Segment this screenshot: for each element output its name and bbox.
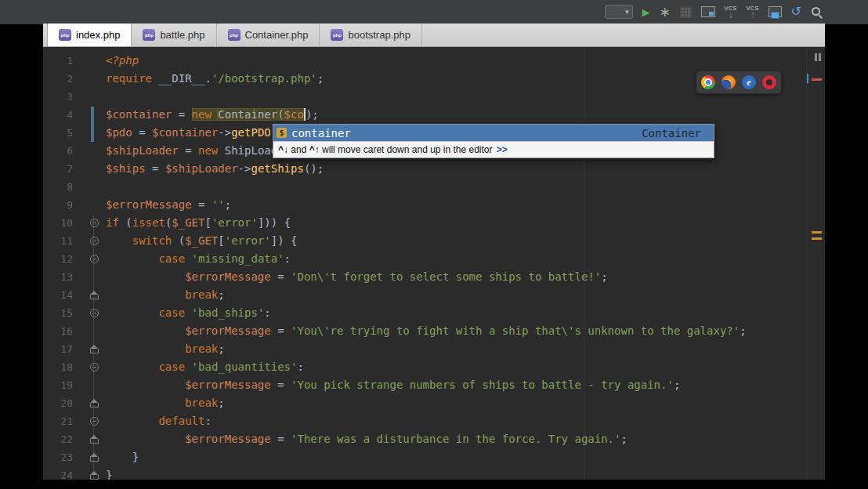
code-line[interactable]: 7$ships = $shipLoader->getShips(); <box>43 160 825 178</box>
tab-label: index.php <box>76 29 120 41</box>
code-text: default: <box>106 412 212 430</box>
fold-marker-close[interactable] <box>82 430 106 448</box>
completion-item-container[interactable]: $ container Container <box>273 125 714 141</box>
line-number: 11 <box>43 232 82 250</box>
hint-shortcut-down: ^↓ <box>278 144 288 155</box>
code-line[interactable]: 22 $errorMessage = 'There was a disturba… <box>43 430 825 448</box>
code-text: <?php <box>106 52 139 70</box>
editor[interactable]: 1<?php2require __DIR__.'/bootstrap.php';… <box>43 47 825 480</box>
caret-stripe-mark[interactable] <box>807 74 808 83</box>
code-text: $errorMessage = 'You\'re trying to fight… <box>106 322 747 340</box>
code-line[interactable]: 8 <box>43 178 825 196</box>
code-line[interactable]: 17 break; <box>43 340 825 358</box>
error-stripe-mark[interactable] <box>812 78 822 81</box>
fold-marker-open[interactable] <box>82 412 106 430</box>
main-toolbar: ▾ ▶ ∗ VCS ↓ VCS ↑ ↺ <box>0 0 868 24</box>
php-file-icon: php <box>59 29 71 41</box>
disabled-icon <box>680 6 692 18</box>
vcs-commit-button[interactable]: VCS ↑ <box>747 5 759 19</box>
hint-text: will move caret down and up in the edito… <box>320 144 495 155</box>
arrow-down-icon: ↓ <box>729 11 733 19</box>
deployment-button[interactable] <box>701 6 715 17</box>
code-area[interactable]: 1<?php2require __DIR__.'/bootstrap.php';… <box>43 52 825 480</box>
opera-icon[interactable] <box>762 75 776 89</box>
code-line[interactable]: 10if (isset($_GET['error'])) { <box>43 214 825 232</box>
line-number: 8 <box>43 178 82 196</box>
fold-column <box>82 160 106 178</box>
completion-hint: ^↓ and ^↑ will move caret down and up in… <box>273 141 714 158</box>
code-line[interactable]: 21 default: <box>43 412 825 430</box>
fold-marker-open[interactable] <box>82 232 106 250</box>
line-number: 5 <box>43 124 82 142</box>
tab-battle-php[interactable]: php battle.php <box>132 24 216 46</box>
code-line[interactable]: 12 case 'missing_data': <box>43 250 825 268</box>
line-number: 1 <box>43 52 82 70</box>
variable-icon: $ <box>277 128 287 138</box>
pause-icon[interactable] <box>815 53 821 61</box>
line-number: 24 <box>43 466 82 480</box>
fold-column <box>82 322 106 340</box>
code-line[interactable]: 23 } <box>43 448 825 466</box>
fold-marker-open[interactable] <box>82 304 106 322</box>
code-text: $errorMessage = 'You pick strange number… <box>106 376 680 394</box>
code-line[interactable]: 11 switch ($_GET['error']) { <box>43 232 825 250</box>
error-stripe[interactable] <box>806 47 825 480</box>
show-changes-button[interactable] <box>769 6 782 17</box>
warning-stripe-mark[interactable] <box>812 237 822 240</box>
firefox-icon[interactable] <box>722 75 736 89</box>
undo-button[interactable]: ↺ <box>791 5 801 18</box>
code-line[interactable]: 14 break; <box>43 286 825 304</box>
chrome-icon[interactable] <box>701 75 715 89</box>
code-text: $ships = $shipLoader->getShips(); <box>106 160 324 178</box>
search-icon[interactable] <box>811 6 823 18</box>
tab-label: battle.php <box>160 29 204 41</box>
code-line[interactable]: 1<?php <box>43 52 825 70</box>
code-line[interactable]: 24} <box>43 466 825 480</box>
line-number: 10 <box>43 214 82 232</box>
warning-stripe-mark[interactable] <box>812 231 822 234</box>
line-number: 17 <box>43 340 82 358</box>
fold-column <box>82 268 106 286</box>
run-button[interactable]: ▶ <box>642 7 650 17</box>
code-line[interactable]: 20 break; <box>43 394 825 412</box>
tab-container-php[interactable]: php Container.php <box>217 24 320 46</box>
line-number: 13 <box>43 268 82 286</box>
line-number: 19 <box>43 376 82 394</box>
run-config-dropdown[interactable]: ▾ <box>605 5 633 19</box>
php-file-icon: php <box>228 29 241 41</box>
fold-marker-close[interactable] <box>82 448 106 466</box>
code-line[interactable]: 18 case 'bad_quantities': <box>43 358 825 376</box>
code-text: $container = new Container($co); <box>106 106 319 124</box>
hint-more-link[interactable]: >> <box>497 144 508 155</box>
fold-column <box>82 124 106 142</box>
fold-marker-close[interactable] <box>82 466 106 480</box>
code-line[interactable]: 9$errorMessage = ''; <box>43 196 825 214</box>
line-number: 21 <box>43 412 82 430</box>
line-number: 15 <box>43 304 82 322</box>
line-number: 3 <box>43 88 82 106</box>
fold-marker-close[interactable] <box>82 340 106 358</box>
hint-shortcut-up: ^↑ <box>309 144 320 155</box>
code-text: $errorMessage = 'Don\'t forget to select… <box>106 268 608 286</box>
run-with-coverage-icon[interactable]: ∗ <box>660 5 671 19</box>
fold-marker-close[interactable] <box>82 286 106 304</box>
fold-marker-open[interactable] <box>82 214 106 232</box>
code-line[interactable]: 4$container = new Container($co); <box>43 106 825 124</box>
completion-popup: $ container Container ^↓ and ^↑ will mov… <box>273 124 714 158</box>
code-line[interactable]: 15 case 'bad_ships': <box>43 304 825 322</box>
code-line[interactable]: 19 $errorMessage = 'You pick strange num… <box>43 376 825 394</box>
tab-label: bootstrap.php <box>348 29 410 41</box>
code-line[interactable]: 16 $errorMessage = 'You\'re trying to fi… <box>43 322 825 340</box>
tab-bootstrap-php[interactable]: php bootstrap.php <box>320 24 422 46</box>
tab-index-php[interactable]: php index.php <box>47 24 132 46</box>
fold-marker-open[interactable] <box>82 250 106 268</box>
line-number: 22 <box>43 430 82 448</box>
vcs-update-button[interactable]: VCS ↓ <box>725 5 737 19</box>
internet-explorer-icon[interactable]: e <box>742 75 756 89</box>
line-number: 14 <box>43 286 82 304</box>
changes-icon <box>769 6 782 17</box>
fold-marker-close[interactable] <box>82 394 106 412</box>
code-line[interactable]: 13 $errorMessage = 'Don\'t forget to sel… <box>43 268 825 286</box>
fold-marker-open[interactable] <box>82 358 106 376</box>
code-text: break; <box>106 286 225 304</box>
